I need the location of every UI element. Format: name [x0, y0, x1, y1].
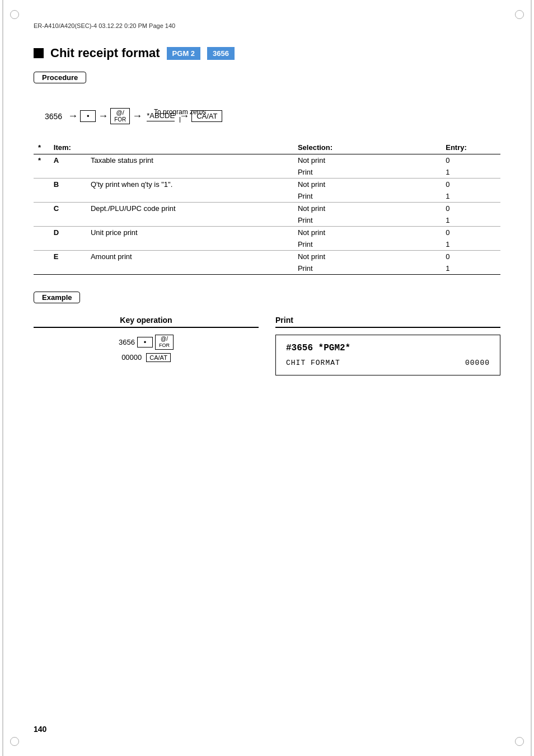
corner-mark-br [515, 737, 524, 746]
cell-desc: Unit price print [86, 227, 293, 239]
print-output: #3656 *PGM2* CHIT FORMAT 00000 [275, 335, 500, 375]
key1-dot: • [137, 337, 153, 348]
procedure-section: Procedure To program zeros 3656 → • → @/… [34, 72, 500, 124]
cell-item [49, 166, 86, 179]
cell-selection: Not print [293, 154, 441, 167]
col-star: * [34, 141, 49, 154]
cell-selection: Not print [293, 251, 441, 263]
cell-star [34, 251, 49, 263]
table-row: CDept./PLU/UPC code printNot print0 [34, 203, 500, 215]
key2-num: 00000 [121, 353, 142, 361]
print-line2: CHIT FORMAT 00000 [286, 359, 490, 367]
badge-pgm: PGM 2 [167, 47, 200, 60]
cell-star [34, 262, 49, 275]
key-for: @/ FOR [110, 108, 130, 124]
cell-star [34, 227, 49, 239]
table-row: Print1 [34, 190, 500, 203]
header-meta: ER-A410/A420(SEC)-4 03.12.22 0:20 PM Pag… [34, 22, 500, 29]
cell-item: A [49, 154, 86, 167]
cell-entry: 0 [441, 154, 500, 167]
cell-star [34, 238, 49, 251]
col-selection: Selection: [293, 141, 441, 154]
cell-item [49, 262, 86, 275]
cell-item: C [49, 203, 86, 215]
cell-selection: Not print [293, 227, 441, 239]
table-row: DUnit price printNot print0 [34, 227, 500, 239]
procedure-diagram: To program zeros 3656 → • → @/ FOR → *AB… [45, 108, 500, 124]
corner-mark-tr [515, 10, 524, 19]
print-header: Print [275, 316, 500, 328]
col-item: Item: [49, 141, 86, 154]
table-row: Print1 [34, 214, 500, 227]
key-dot: • [80, 110, 96, 122]
cell-desc: Dept./PLU/UPC code print [86, 203, 293, 215]
left-border [0, 0, 3, 756]
cell-desc [86, 190, 293, 203]
cell-selection: Print [293, 214, 441, 227]
key-op-content: 3656 • @/ FOR 00000 CA/AT [34, 335, 259, 362]
table-row: Print1 [34, 238, 500, 251]
diagram-row: 3656 → • → @/ FOR → *ABCDE → CA/AT [45, 108, 500, 124]
cell-star [34, 179, 49, 191]
title-text: Chit receipt format [50, 46, 160, 60]
key-op-header: Key operation [34, 316, 259, 328]
cell-desc: Taxable status print [86, 154, 293, 167]
cell-entry: 0 [441, 227, 500, 239]
cell-entry: 0 [441, 179, 500, 191]
key-operation-column: Key operation 3656 • @/ FOR 00000 CA/AT [34, 316, 259, 375]
print-line2-right: 00000 [465, 359, 490, 367]
key1-num: 3656 [119, 338, 135, 346]
cell-item: E [49, 251, 86, 263]
cell-item [49, 214, 86, 227]
cell-desc [86, 238, 293, 251]
key-row-1: 3656 • @/ FOR [119, 335, 174, 350]
cell-item [49, 238, 86, 251]
cell-star: * [34, 154, 49, 167]
cell-selection: Not print [293, 179, 441, 191]
cell-star [34, 214, 49, 227]
cell-entry: 0 [441, 251, 500, 263]
cell-desc: Amount print [86, 251, 293, 263]
title-icon [34, 48, 44, 58]
cell-entry: 1 [441, 238, 500, 251]
cell-selection: Print [293, 190, 441, 203]
selection-table: * Item: Selection: Entry: *ATaxable stat… [34, 141, 500, 275]
corner-mark-tl [10, 10, 19, 19]
annotation-text: To program zeros [154, 108, 206, 116]
key1-for: @/ FOR [155, 335, 174, 350]
arrow2: → [98, 110, 108, 122]
table-row: EAmount printNot print0 [34, 251, 500, 263]
col-entry: Entry: [441, 141, 500, 154]
cell-entry: 0 [441, 203, 500, 215]
print-line2-left: CHIT FORMAT [286, 359, 340, 367]
cell-star [34, 166, 49, 179]
title-section: Chit receipt format PGM 2 3656 [34, 46, 500, 60]
key-row-2: 00000 CA/AT [121, 353, 171, 362]
right-border [531, 0, 534, 756]
table-row: BQ'ty print when q'ty is "1".Not print0 [34, 179, 500, 191]
page-number: 140 [34, 725, 46, 734]
print-column: Print #3656 *PGM2* CHIT FORMAT 00000 [275, 316, 500, 375]
arrow1: → [68, 110, 78, 122]
print-line1: #3656 *PGM2* [286, 343, 490, 353]
example-label: Example [34, 292, 80, 303]
badge-num: 3656 [207, 47, 235, 60]
cell-entry: 1 [441, 190, 500, 203]
cell-entry: 1 [441, 214, 500, 227]
example-columns: Key operation 3656 • @/ FOR 00000 CA/AT … [34, 316, 500, 375]
bracket-indicator [180, 117, 180, 123]
cell-item [49, 190, 86, 203]
corner-mark-bl [10, 737, 19, 746]
cell-star [34, 190, 49, 203]
example-section: Example Key operation 3656 • @/ FOR 0000… [34, 292, 500, 375]
cell-desc: Q'ty print when q'ty is "1". [86, 179, 293, 191]
key2-caat: CA/AT [146, 353, 171, 362]
cell-selection: Not print [293, 203, 441, 215]
cell-selection: Print [293, 166, 441, 179]
cell-star [34, 203, 49, 215]
cell-selection: Print [293, 238, 441, 251]
annotation-group: To program zeros [154, 108, 206, 123]
table-row: *ATaxable status printNot print0 [34, 154, 500, 167]
col-desc [86, 141, 293, 154]
table-row: Print1 [34, 262, 500, 275]
